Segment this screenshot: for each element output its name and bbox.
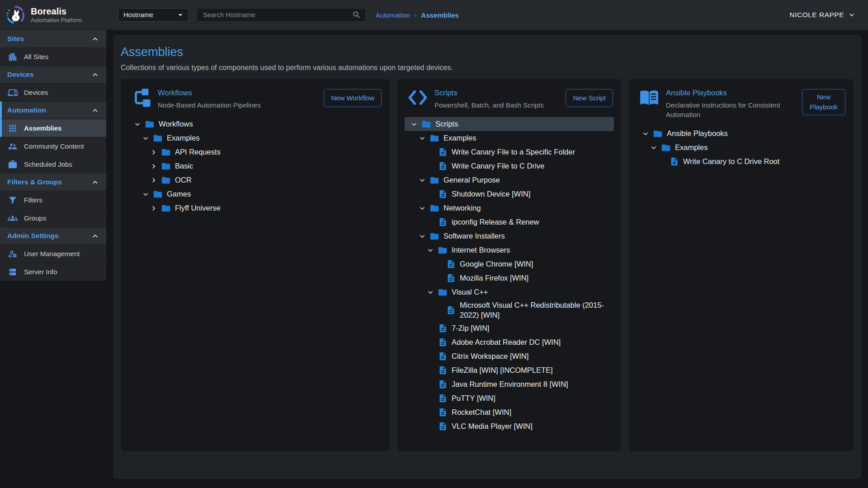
borealis-logo-icon (5, 4, 26, 26)
sidebar-item-label: User Management (24, 250, 80, 258)
search-input[interactable] (202, 11, 352, 19)
tree-node[interactable]: Microsoft Visual C++ Redistributable (20… (405, 299, 614, 321)
user-menu[interactable]: NICOLE RAPPE (789, 10, 856, 19)
file-icon (437, 161, 448, 171)
tree-node[interactable]: Mozilla Firefox [WIN] (405, 271, 614, 285)
tree-node[interactable]: PuTTY [WIN] (405, 391, 614, 405)
tree-node[interactable]: Shutdown Device [WIN] (405, 187, 614, 201)
chevron-right-icon[interactable] (149, 175, 159, 185)
sidebar-section-label: Sites (7, 35, 24, 43)
chevron-down-icon[interactable] (425, 287, 435, 297)
chevron-down-icon[interactable] (141, 189, 151, 199)
tree-node[interactable]: Adobe Acrobat Reader DC [WIN] (405, 335, 614, 349)
tree-node[interactable]: Write Canary File to a Specific Folder (405, 145, 614, 159)
chevron-down-icon[interactable] (649, 143, 659, 153)
tree-node[interactable]: Write Canary to C Drive Root (636, 155, 846, 169)
sidebar-item-filters[interactable]: Filters (0, 191, 106, 209)
chevron-down-icon[interactable] (409, 119, 419, 129)
new-workflow-button[interactable]: New Workflow (324, 89, 382, 107)
file-icon (437, 422, 448, 431)
card-title-playbooks[interactable]: Ansible Playbooks (666, 89, 796, 97)
tree-node-label: Ansible Playbooks (667, 127, 730, 139)
tree-node[interactable]: General Purpose (405, 173, 614, 187)
sidebar-item-assemblies[interactable]: Assemblies (0, 119, 106, 137)
tree-node-label: Examples (167, 132, 201, 144)
scripts-tree: ScriptsExamplesWrite Canary File to a Sp… (405, 117, 614, 433)
sidebar-section-label: Admin Settings (7, 232, 59, 240)
tree-node[interactable]: Basic (128, 159, 382, 173)
tree-node[interactable]: Software Installers (405, 229, 614, 243)
sidebar-item-groups[interactable]: Groups (0, 209, 106, 227)
tree-node[interactable]: Java Runtime Environment 8 [WIN] (405, 377, 614, 391)
tree-node[interactable]: Networking (405, 201, 614, 215)
tree-node[interactable]: API Requests (128, 145, 382, 159)
card-title-scripts[interactable]: Scripts (434, 89, 559, 97)
chevron-right-icon[interactable] (149, 161, 159, 171)
workflows-tree: WorkflowsExamplesAPI RequestsBasicOCRGam… (128, 117, 382, 215)
sidebar-item-devices[interactable]: Devices (0, 83, 106, 101)
tree-node[interactable]: Workflows (128, 117, 382, 131)
sidebar-section-devices[interactable]: Devices (0, 66, 106, 83)
tree-node[interactable]: RocketChat [WIN] (405, 405, 614, 419)
twisty-spacer (425, 217, 435, 227)
chevron-down-icon[interactable] (425, 245, 435, 255)
sidebar-item-scheduled-jobs[interactable]: Scheduled Jobs (0, 155, 106, 173)
sidebar-section-admin-settings[interactable]: Admin Settings (0, 227, 106, 244)
sidebar-section-filters-groups[interactable]: Filters & Groups (0, 173, 106, 191)
tree-node[interactable]: Google Chrome [WIN] (405, 257, 614, 271)
new-playbook-button[interactable]: New Playbook (802, 89, 845, 115)
hostname-select[interactable]: Hostname (118, 8, 189, 22)
tree-node[interactable]: 7-Zip [WIN] (405, 321, 614, 335)
tree-node[interactable]: Visual C++ (405, 285, 614, 299)
tree-node[interactable]: Citrix Workspace [WIN] (405, 349, 614, 363)
chevron-down-icon[interactable] (417, 231, 427, 241)
tree-node[interactable]: Flyff Universe (128, 201, 382, 215)
breadcrumb-automation[interactable]: Automation (376, 11, 410, 19)
sidebar-item-all-sites[interactable]: All Sites (0, 47, 106, 66)
chevron-right-icon[interactable] (149, 203, 159, 213)
tree-node[interactable]: Scripts (405, 117, 614, 131)
twisty-spacer (425, 323, 435, 333)
tree-node[interactable]: FileZilla [WIN] [INCOMPLETE] (405, 363, 614, 377)
chevron-down-icon (847, 10, 856, 19)
twisty-spacer (425, 393, 435, 403)
sidebar-item-community-content[interactable]: Community Content (0, 137, 106, 155)
sidebar-item-user-management[interactable]: User Management (0, 244, 106, 263)
tree-node[interactable]: Write Canary File to C Drive (405, 159, 614, 173)
new-script-button[interactable]: New Script (566, 89, 613, 107)
brand-name: Borealis (31, 6, 82, 16)
tree-node[interactable]: Examples (636, 141, 846, 155)
sidebar-section-sites[interactable]: Sites (0, 30, 106, 47)
folder-icon (652, 129, 663, 139)
tree-node[interactable]: Examples (128, 131, 382, 145)
chevron-down-icon[interactable] (132, 119, 142, 129)
tree-node[interactable]: Internet Browsers (405, 243, 614, 257)
tree-node[interactable]: OCR (128, 173, 382, 187)
chevron-down-icon[interactable] (417, 133, 427, 143)
chevron-down-icon[interactable] (417, 175, 427, 185)
tree-node-label: Microsoft Visual C++ Redistributable (20… (460, 299, 614, 321)
chevron-down-icon[interactable] (417, 203, 427, 213)
twisty-spacer (425, 379, 435, 389)
tree-node-label: RocketChat [WIN] (452, 406, 513, 418)
tree-node-label: Shutdown Device [WIN] (452, 188, 532, 200)
sidebar-section-automation[interactable]: Automation (0, 101, 106, 119)
twisty-spacer (425, 161, 435, 171)
filter-icon (7, 195, 18, 205)
tree-node[interactable]: VLC Media Player [WIN] (405, 419, 614, 433)
chevron-up-icon (90, 178, 100, 187)
chevron-right-icon[interactable] (149, 147, 159, 157)
tree-node[interactable]: Games (128, 187, 382, 201)
page-subtitle: Collections of various types of componen… (121, 64, 854, 72)
tree-node[interactable]: Examples (405, 131, 614, 145)
tree-node[interactable]: ipconfig Release & Renew (405, 215, 614, 229)
breadcrumb-assemblies[interactable]: Assemblies (421, 11, 459, 19)
chevron-down-icon[interactable] (641, 129, 651, 139)
sidebar-item-server-info[interactable]: Server Info (0, 263, 106, 281)
sidebar-section-label: Filters & Groups (7, 178, 62, 186)
folder-icon (421, 119, 432, 129)
chevron-down-icon[interactable] (141, 133, 151, 143)
card-titles: Ansible PlaybooksDeclarative Instruction… (666, 87, 796, 119)
tree-node[interactable]: Ansible Playbooks (636, 127, 846, 141)
card-title-workflows[interactable]: Workflows (158, 89, 317, 97)
